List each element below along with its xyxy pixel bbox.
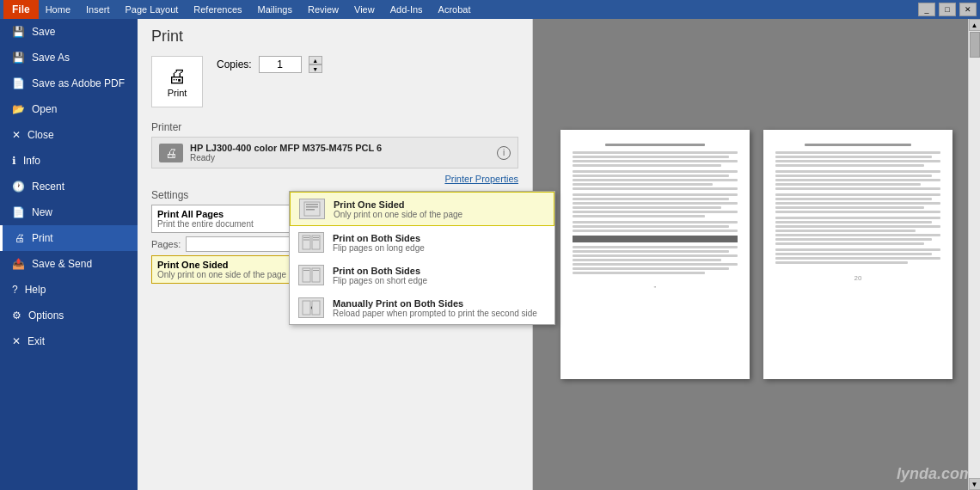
dropdown-item-one-sided[interactable]: Print One Sided Only print on one side o… — [290, 192, 554, 226]
sidebar-item-print[interactable]: 🖨 Print — [0, 225, 138, 251]
help-icon: ? — [12, 284, 18, 296]
sidebar-item-options[interactable]: ⚙ Options — [0, 303, 138, 328]
print-all-pages-sub: Print the entire document — [157, 219, 254, 229]
menu-add-ins[interactable]: Add-Ins — [383, 3, 430, 16]
sidebar-item-recent[interactable]: 🕐 Recent — [0, 174, 138, 199]
menu-bar: File Home Insert Page Layout References … — [0, 0, 980, 19]
printer-details: HP LJ300-400 color MFP M375-M475 PCL 6 R… — [190, 143, 382, 162]
sidebar-item-help[interactable]: ? Help — [0, 277, 138, 303]
preview-scrollbar[interactable]: ▲ ▼ — [968, 19, 980, 490]
svg-rect-1 — [306, 204, 318, 205]
printer-section: 🖨 HP LJ300-400 color MFP M375-M475 PCL 6… — [151, 137, 518, 168]
save-adobe-icon: 📄 — [12, 77, 25, 89]
copies-spinner: ▲ ▼ — [309, 56, 322, 73]
sidebar-item-open[interactable]: 📂 Open — [0, 96, 138, 122]
sidebar-item-save-send[interactable]: 📤 Save & Send — [0, 251, 138, 277]
printer-properties-link[interactable]: Printer Properties — [151, 174, 518, 184]
preview-area: " — [533, 19, 980, 490]
scroll-down-arrow[interactable]: ▼ — [969, 478, 981, 490]
menu-insert[interactable]: Insert — [79, 3, 117, 16]
content-wrapper: Print 🖨 Print Copies: ▲ ▼ — [138, 19, 980, 490]
info-icon: ℹ — [12, 155, 16, 167]
svg-rect-9 — [313, 240, 319, 241]
print-sided-dropdown-menu: Print One Sided Only print on one side o… — [289, 191, 555, 325]
open-icon: 📂 — [12, 103, 25, 115]
copies-down[interactable]: ▼ — [309, 64, 322, 73]
minimize-button[interactable]: _ — [918, 3, 935, 16]
sidebar: 💾 Save 💾 Save As 📄 Save as Adobe PDF 📂 O… — [0, 19, 138, 490]
copies-up[interactable]: ▲ — [309, 56, 322, 64]
print-sided-text: Print One Sided Only print on one side o… — [157, 260, 286, 279]
both-long-icon — [298, 232, 324, 253]
svg-rect-13 — [313, 270, 319, 271]
both-long-text: Print on Both Sides Flip pages on long e… — [333, 233, 425, 253]
printer-info: 🖨 HP LJ300-400 color MFP M375-M475 PCL 6… — [159, 143, 382, 162]
exit-icon: ✕ — [12, 335, 21, 347]
printer-info-icon[interactable]: i — [497, 146, 511, 160]
sidebar-item-save-as[interactable]: 💾 Save As — [0, 45, 138, 70]
sidebar-item-new[interactable]: 📄 New — [0, 199, 138, 225]
svg-rect-3 — [306, 209, 315, 211]
save-icon: 💾 — [12, 26, 25, 38]
scroll-up-arrow[interactable]: ▲ — [969, 19, 981, 31]
copies-input[interactable] — [259, 56, 302, 73]
menu-mailings[interactable]: Mailings — [251, 3, 299, 16]
sidebar-item-save[interactable]: 💾 Save — [0, 19, 138, 45]
save-send-icon: 📤 — [12, 258, 25, 270]
menu-review[interactable]: Review — [301, 3, 346, 16]
svg-rect-14 — [303, 301, 310, 315]
menu-view[interactable]: View — [347, 3, 382, 16]
copies-row: Copies: ▲ ▼ — [217, 56, 322, 73]
recent-icon: 🕐 — [12, 181, 25, 193]
save-as-icon: 💾 — [12, 52, 25, 64]
scroll-track — [969, 31, 981, 478]
printer-status: Ready — [190, 153, 382, 162]
maximize-button[interactable]: □ — [939, 3, 956, 16]
scroll-thumb[interactable] — [970, 32, 980, 58]
print-header: 🖨 Print Copies: ▲ ▼ — [151, 56, 518, 107]
print-all-pages-text: Print All Pages Print the entire documen… — [157, 209, 254, 229]
page1-header — [573, 144, 738, 146]
copies-section: Copies: ▲ ▼ — [217, 56, 322, 77]
one-sided-icon — [299, 199, 325, 219]
close-button[interactable]: ✕ — [959, 3, 977, 16]
printer-icon-large: 🖨 — [168, 65, 187, 88]
sidebar-item-info[interactable]: ℹ Info — [0, 148, 138, 174]
watermark: lynda.com — [897, 465, 973, 483]
menu-bar-items: Home Insert Page Layout References Maili… — [39, 3, 478, 16]
print-button[interactable]: 🖨 Print — [151, 56, 203, 107]
sidebar-item-close[interactable]: ✕ Close — [0, 122, 138, 148]
manual-both-icon — [298, 297, 324, 318]
window-controls: _ □ ✕ — [918, 3, 977, 16]
preview-page-2: 20 — [763, 130, 952, 379]
svg-rect-7 — [313, 237, 319, 238]
pages-label: Pages: — [151, 239, 181, 249]
preview-page-1: " — [560, 130, 750, 379]
menu-home[interactable]: Home — [39, 3, 77, 16]
svg-rect-8 — [303, 240, 309, 241]
print-title: Print — [151, 28, 518, 46]
main-layout: 💾 Save 💾 Save As 📄 Save as Adobe PDF 📂 O… — [0, 19, 980, 490]
sidebar-item-exit[interactable]: ✕ Exit — [0, 328, 138, 354]
both-short-icon — [298, 265, 324, 285]
close-sidebar-icon: ✕ — [12, 129, 21, 141]
svg-rect-15 — [312, 301, 320, 315]
options-icon: ⚙ — [12, 309, 21, 322]
dropdown-item-both-long[interactable]: Print on Both Sides Flip pages on long e… — [290, 226, 554, 259]
copies-label: Copies: — [217, 58, 252, 70]
svg-rect-12 — [303, 270, 309, 271]
printer-small-icon: 🖨 — [159, 144, 183, 162]
file-menu-tab[interactable]: File — [3, 0, 39, 19]
sidebar-item-save-adobe[interactable]: 📄 Save as Adobe PDF — [0, 70, 138, 96]
print-sidebar-icon: 🖨 — [15, 232, 25, 244]
manual-both-text: Manually Print on Both Sides Reload pape… — [333, 298, 537, 318]
page2-header — [775, 144, 940, 146]
dropdown-item-both-short[interactable]: Print on Both Sides Flip pages on short … — [290, 259, 554, 291]
menu-acrobat[interactable]: Acrobat — [432, 3, 478, 16]
printer-name: HP LJ300-400 color MFP M375-M475 PCL 6 — [190, 143, 382, 153]
new-icon: 📄 — [12, 206, 25, 218]
printer-section-title: Printer — [151, 121, 518, 133]
dropdown-item-manual-both[interactable]: Manually Print on Both Sides Reload pape… — [290, 291, 554, 324]
menu-references[interactable]: References — [187, 3, 248, 16]
menu-page-layout[interactable]: Page Layout — [119, 3, 186, 16]
